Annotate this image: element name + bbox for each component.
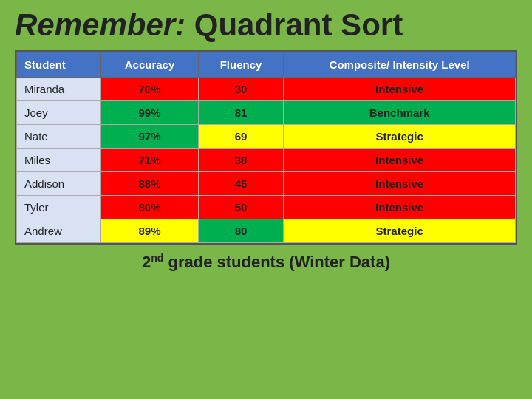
cell-fluency: 81 — [198, 101, 283, 125]
cell-accuracy: 97% — [101, 125, 199, 149]
col-header-student: Student — [17, 52, 101, 78]
cell-student: Nate — [17, 125, 101, 149]
table-row: Miranda70%30Intensive — [17, 78, 516, 101]
table-row: Tyler80%50Intensive — [17, 196, 516, 219]
cell-student: Joey — [17, 101, 101, 125]
cell-student: Miles — [17, 149, 101, 172]
table-row: Nate97%69Strategic — [17, 125, 516, 149]
cell-composite: Intensive — [284, 172, 516, 196]
col-header-accuracy: Accuracy — [101, 52, 199, 78]
cell-fluency: 50 — [198, 196, 283, 219]
title-normal: Quadrant Sort — [185, 7, 403, 42]
title-italic: Remember: — [15, 7, 185, 42]
data-table-container: Student Accuracy Fluency Composite/ Inte… — [15, 50, 517, 245]
cell-composite: Benchmark — [284, 101, 516, 125]
table-row: Miles71%38Intensive — [17, 149, 516, 172]
cell-fluency: 38 — [198, 149, 283, 172]
cell-accuracy: 99% — [101, 101, 199, 125]
quadrant-table: Student Accuracy Fluency Composite/ Inte… — [16, 52, 516, 243]
cell-fluency: 45 — [198, 172, 283, 196]
table-header-row: Student Accuracy Fluency Composite/ Inte… — [17, 52, 516, 78]
cell-composite: Strategic — [284, 219, 516, 243]
cell-accuracy: 88% — [101, 172, 199, 196]
col-header-fluency: Fluency — [198, 52, 283, 78]
cell-student: Addison — [17, 172, 101, 196]
cell-accuracy: 70% — [101, 78, 199, 101]
cell-accuracy: 71% — [101, 149, 199, 172]
cell-fluency: 30 — [198, 78, 283, 101]
table-row: Joey99%81Benchmark — [17, 101, 516, 125]
cell-accuracy: 89% — [101, 219, 199, 243]
table-row: Addison88%45Intensive — [17, 172, 516, 196]
cell-accuracy: 80% — [101, 196, 199, 219]
page-container: Remember: Quadrant Sort Student Accuracy… — [0, 0, 532, 399]
cell-student: Miranda — [17, 78, 101, 101]
cell-composite: Intensive — [284, 149, 516, 172]
cell-composite: Strategic — [284, 125, 516, 149]
table-row: Andrew89%80Strategic — [17, 219, 516, 243]
cell-student: Andrew — [17, 219, 101, 243]
page-title: Remember: Quadrant Sort — [15, 7, 403, 43]
cell-student: Tyler — [17, 196, 101, 219]
cell-composite: Intensive — [284, 196, 516, 219]
col-header-composite: Composite/ Intensity Level — [284, 52, 516, 78]
cell-fluency: 80 — [198, 219, 283, 243]
cell-composite: Intensive — [284, 78, 516, 101]
footer-text: 2nd grade students (Winter Data) — [142, 252, 390, 272]
cell-fluency: 69 — [198, 125, 283, 149]
